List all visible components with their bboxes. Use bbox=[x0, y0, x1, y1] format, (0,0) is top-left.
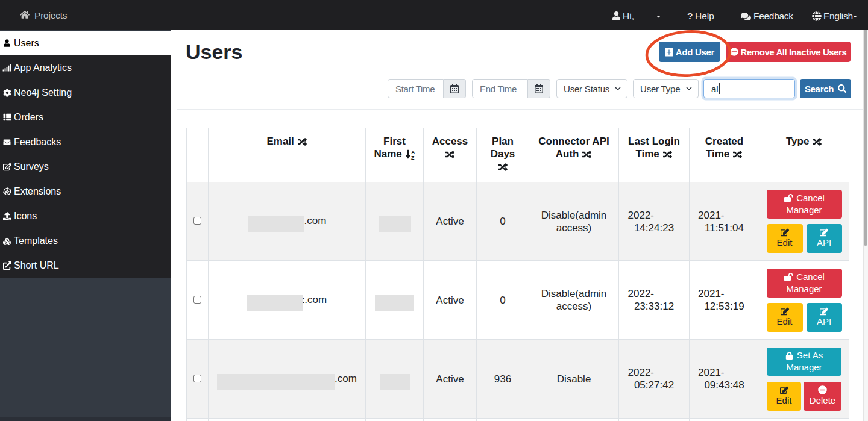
svg-text:Z: Z bbox=[411, 155, 415, 160]
